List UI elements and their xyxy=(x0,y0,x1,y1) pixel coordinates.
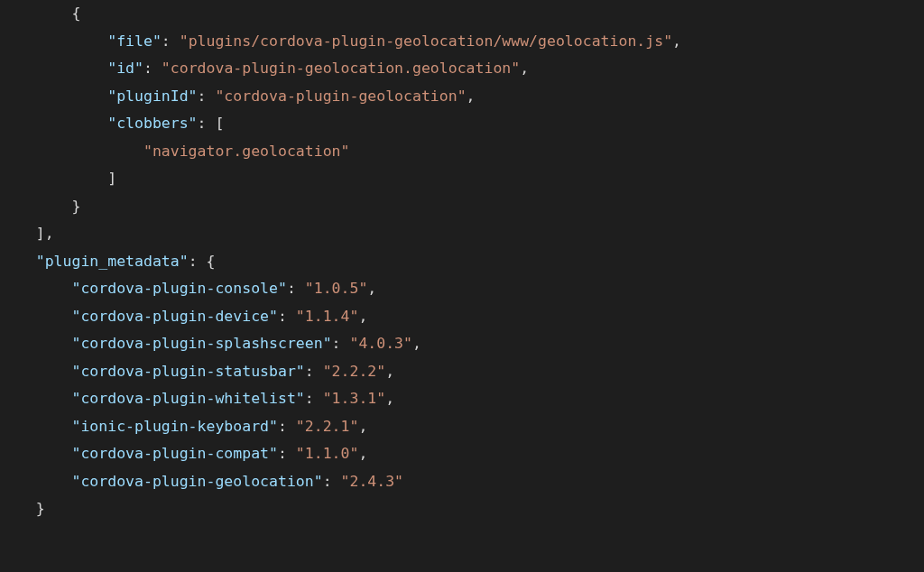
json-key-meta-console: "cordova-plugin-console" xyxy=(71,280,286,297)
json-key-meta-splashscreen: "cordova-plugin-splashscreen" xyxy=(71,335,331,352)
json-value-meta-keyboard: "2.2.1" xyxy=(296,418,359,435)
json-key-id: "id" xyxy=(107,60,143,77)
code-block: { "file": "plugins/cordova-plugin-geoloc… xyxy=(0,0,924,523)
json-key-meta-statusbar: "cordova-plugin-statusbar" xyxy=(71,363,304,380)
json-key-plugin-metadata: "plugin_metadata" xyxy=(36,253,189,270)
json-value-meta-statusbar: "2.2.2" xyxy=(323,363,386,380)
json-value-meta-compat: "1.1.0" xyxy=(296,445,359,462)
json-value-meta-geolocation: "2.4.3" xyxy=(341,473,404,490)
json-value-meta-device: "1.1.4" xyxy=(296,308,359,325)
json-key-clobbers: "clobbers" xyxy=(107,115,197,132)
json-value-pluginid: "cordova-plugin-geolocation" xyxy=(215,88,466,105)
json-key-meta-device: "cordova-plugin-device" xyxy=(71,308,277,325)
json-value-meta-splashscreen: "4.0.3" xyxy=(349,335,412,352)
json-key-file: "file" xyxy=(107,32,162,50)
json-value-meta-whitelist: "1.3.1" xyxy=(323,390,386,407)
json-value-meta-console: "1.0.5" xyxy=(305,280,368,297)
json-key-meta-geolocation: "cordova-plugin-geolocation" xyxy=(71,473,322,490)
json-value-id: "cordova-plugin-geolocation.geolocation" xyxy=(162,60,520,77)
json-key-meta-compat: "cordova-plugin-compat" xyxy=(71,445,277,462)
json-value-file: "plugins/cordova-plugin-geolocation/www/… xyxy=(180,32,672,50)
json-key-meta-keyboard: "ionic-plugin-keyboard" xyxy=(71,418,277,435)
json-key-pluginid: "pluginId" xyxy=(107,88,197,105)
json-key-meta-whitelist: "cordova-plugin-whitelist" xyxy=(71,390,304,407)
json-value-clobbers-item: "navigator.geolocation" xyxy=(143,143,349,160)
